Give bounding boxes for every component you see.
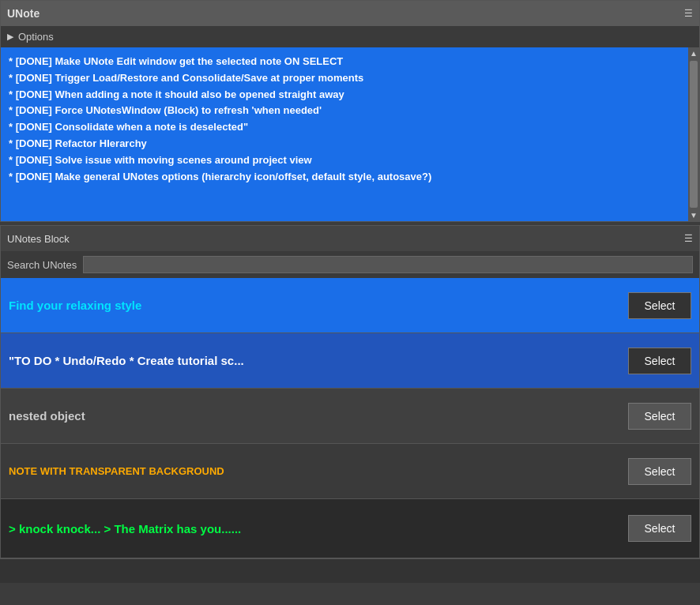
options-label: Options xyxy=(18,31,54,43)
select-button-2[interactable]: Select xyxy=(628,348,691,374)
scroll-down-icon[interactable]: ▼ xyxy=(688,209,699,221)
search-input[interactable] xyxy=(83,256,693,273)
block-header: UNotes Block ☰ xyxy=(1,226,699,251)
note-item-1: * [DONE] Make UNote Edit window get the … xyxy=(9,54,683,70)
note-row-5: > knock knock... > The Matrix has you...… xyxy=(1,499,699,558)
search-label: Search UNotes xyxy=(7,259,77,271)
search-row: Search UNotes xyxy=(1,251,699,278)
unote-title: UNote xyxy=(7,7,40,20)
note-row-1-text: Find your relaxing style xyxy=(9,299,628,312)
select-button-5[interactable]: Select xyxy=(628,515,691,542)
note-list-area: * [DONE] Make UNote Edit window get the … xyxy=(1,47,699,221)
note-row-4: NOTE WITH TRANSPARENT BACKGROUND Select xyxy=(1,444,699,499)
unotes-block-panel: UNotes Block ☰ Search UNotes Find your r… xyxy=(0,225,700,559)
note-item-4: * [DONE] Force UNotesWindow (Block) to r… xyxy=(9,103,683,119)
options-row[interactable]: ▶ Options xyxy=(1,26,699,47)
block-menu-icon[interactable]: ☰ xyxy=(684,233,693,244)
note-item-3: * [DONE] When adding a note it should al… xyxy=(9,87,683,103)
note-row-3-text: nested object xyxy=(9,409,628,423)
unote-header: UNote ☰ xyxy=(1,1,699,26)
select-button-4[interactable]: Select xyxy=(628,458,691,485)
scrollbar[interactable]: ▲ ▼ xyxy=(688,47,699,221)
note-item-2: * [DONE] Trigger Load/Restore and Consol… xyxy=(9,70,683,87)
note-item-6: * [DONE] Refactor HIerarchy xyxy=(9,136,683,152)
unote-panel: UNote ☰ ▶ Options * [DONE] Make UNote Ed… xyxy=(0,0,700,222)
bottom-bar xyxy=(0,559,700,583)
note-item-5: * [DONE] Consolidate when a note is dese… xyxy=(9,119,683,136)
note-row-5-text: > knock knock... > The Matrix has you...… xyxy=(9,522,628,535)
select-button-3[interactable]: Select xyxy=(628,403,691,430)
select-button-1[interactable]: Select xyxy=(628,292,691,319)
note-row-4-text: NOTE WITH TRANSPARENT BACKGROUND xyxy=(9,465,628,477)
scroll-up-icon[interactable]: ▲ xyxy=(688,47,699,59)
note-item-7: * [DONE] Solve issue with moving scenes … xyxy=(9,152,683,169)
note-row-2-text: "TO DO * Undo/Redo * Create tutorial sc.… xyxy=(9,354,628,367)
note-row-1: Find your relaxing style Select xyxy=(1,278,699,333)
note-row-2: "TO DO * Undo/Redo * Create tutorial sc.… xyxy=(1,333,699,389)
note-row-3: nested object Select xyxy=(1,389,699,444)
unote-menu-icon[interactable]: ☰ xyxy=(684,8,693,19)
note-item-8: * [DONE] Make general UNotes options (hi… xyxy=(9,169,683,186)
options-arrow-icon: ▶ xyxy=(7,32,13,42)
block-title: UNotes Block xyxy=(7,233,70,245)
